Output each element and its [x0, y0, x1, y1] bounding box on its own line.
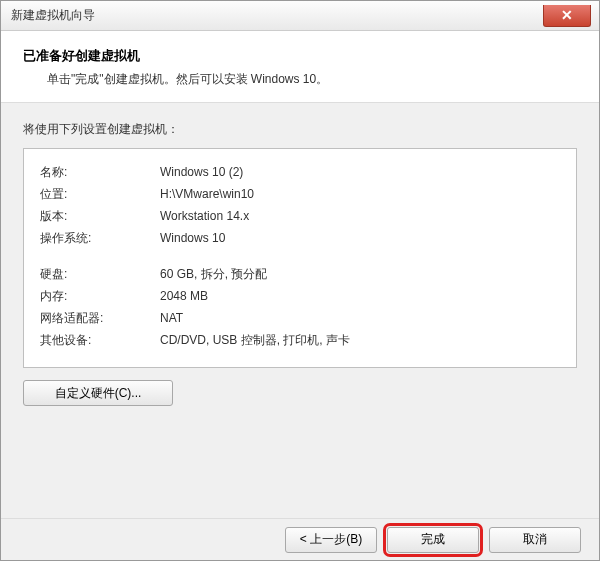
wizard-window: 新建虚拟机向导 ✕ 已准备好创建虚拟机 单击"完成"创建虚拟机。然后可以安装 W… [0, 0, 600, 561]
close-button[interactable]: ✕ [543, 5, 591, 27]
header-panel: 已准备好创建虚拟机 单击"完成"创建虚拟机。然后可以安装 Windows 10。 [1, 31, 599, 103]
row-value: Workstation 14.x [160, 207, 560, 225]
row-label: 名称: [40, 163, 160, 181]
summary-row: 硬盘: 60 GB, 拆分, 预分配 [40, 265, 560, 283]
row-value: Windows 10 [160, 229, 560, 247]
finish-button[interactable]: 完成 [387, 527, 479, 553]
customize-hardware-button[interactable]: 自定义硬件(C)... [23, 380, 173, 406]
row-label: 硬盘: [40, 265, 160, 283]
row-label: 网络适配器: [40, 309, 160, 327]
settings-summary: 名称: Windows 10 (2) 位置: H:\VMware\win10 版… [23, 148, 577, 368]
summary-row: 其他设备: CD/DVD, USB 控制器, 打印机, 声卡 [40, 331, 560, 349]
customize-row: 自定义硬件(C)... [23, 380, 577, 406]
row-label: 其他设备: [40, 331, 160, 349]
footer: < 上一步(B) 完成 取消 [1, 518, 599, 560]
body-panel: 将使用下列设置创建虚拟机： 名称: Windows 10 (2) 位置: H:\… [1, 103, 599, 518]
row-value: 60 GB, 拆分, 预分配 [160, 265, 560, 283]
row-label: 内存: [40, 287, 160, 305]
summary-row: 操作系统: Windows 10 [40, 229, 560, 247]
header-title: 已准备好创建虚拟机 [23, 47, 577, 65]
row-value: Windows 10 (2) [160, 163, 560, 181]
summary-row: 位置: H:\VMware\win10 [40, 185, 560, 203]
summary-row: 网络适配器: NAT [40, 309, 560, 327]
row-value: CD/DVD, USB 控制器, 打印机, 声卡 [160, 331, 560, 349]
row-label: 操作系统: [40, 229, 160, 247]
row-value: NAT [160, 309, 560, 327]
row-value: 2048 MB [160, 287, 560, 305]
back-button[interactable]: < 上一步(B) [285, 527, 377, 553]
close-icon: ✕ [561, 8, 573, 22]
summary-row: 内存: 2048 MB [40, 287, 560, 305]
summary-row: 版本: Workstation 14.x [40, 207, 560, 225]
row-value: H:\VMware\win10 [160, 185, 560, 203]
titlebar: 新建虚拟机向导 ✕ [1, 1, 599, 31]
row-label: 版本: [40, 207, 160, 225]
intro-text: 将使用下列设置创建虚拟机： [23, 121, 577, 138]
window-title: 新建虚拟机向导 [11, 7, 95, 24]
summary-row: 名称: Windows 10 (2) [40, 163, 560, 181]
header-subtitle: 单击"完成"创建虚拟机。然后可以安装 Windows 10。 [23, 71, 577, 88]
cancel-button[interactable]: 取消 [489, 527, 581, 553]
row-label: 位置: [40, 185, 160, 203]
